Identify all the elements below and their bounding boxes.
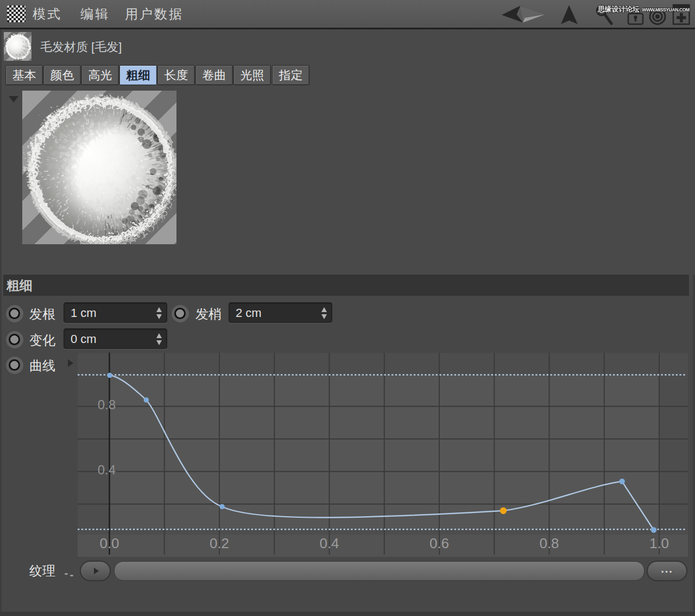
svg-text:1.0: 1.0 <box>649 535 669 551</box>
svg-text:0.4: 0.4 <box>98 462 116 477</box>
svg-text:0.2: 0.2 <box>210 535 229 551</box>
svg-text:0.8: 0.8 <box>539 535 559 551</box>
svg-text:0.8: 0.8 <box>98 397 116 412</box>
svg-text:0.6: 0.6 <box>429 535 449 551</box>
svg-text:0.0: 0.0 <box>99 535 119 551</box>
svg-text:0.4: 0.4 <box>319 535 339 551</box>
